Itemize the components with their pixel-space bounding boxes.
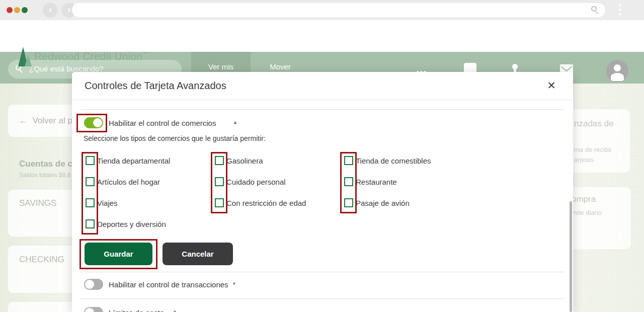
savings-label: SAVINGS [19,198,56,208]
checkbox-label: Tienda de comestibles [356,157,431,165]
merchant-option-deportes-y-diversion: Deportes y diversión [86,219,170,228]
right-card1-title: nzadas de [574,119,613,129]
merchant-option-cuidado-personal: Cuidado personal [215,177,306,186]
expand-caret-icon[interactable]: ▼ [173,309,177,312]
checkbox-label: Artículos del hogar [97,178,160,186]
section-divider [80,109,564,110]
transaction-toggle-label: Habilitar el control de transacciones [109,280,228,289]
merchant-option-con-restriccion-de-edad: Con restricción de edad [215,198,306,207]
checkbox-label: Restaurante [356,178,397,186]
merchant-toggle-label: Habilitar el control de comercios [109,119,216,127]
checkbox-label: Con restricción de edad [226,199,306,207]
checkbox-label: Viajes [97,199,118,207]
traffic-light-red[interactable] [7,7,13,13]
traffic-light-yellow[interactable] [14,7,20,13]
browser-chrome: ‹ › [0,0,644,20]
traffic-light-green[interactable] [22,7,28,13]
merchant-column-2: Gasolinera Cuidado personal Con restricc… [215,156,306,207]
annotation-box-merchant-toggle [76,114,107,132]
expand-caret-icon[interactable]: ▼ [232,281,236,286]
location-pin-icon[interactable] [511,63,519,71]
close-icon[interactable]: ✕ [544,78,559,93]
site-header: Redwood Credit Union™ [0,20,644,52]
merchant-option-restaurante: Restaurante [344,177,431,186]
checkbox-label: Pasaje de avión [356,199,410,207]
browser-menu-icon[interactable] [619,4,622,17]
merchant-option-viajes: Viajes [86,198,170,207]
right-card2-line1: mite diario [572,209,602,216]
site-logo[interactable]: Redwood Credit Union™ [34,50,147,62]
checkbox-label: Tienda departamental [97,157,170,165]
checkbox-label: Cuidado personal [226,178,286,186]
annotation-box-checkbox-column-3 [340,152,357,213]
merchant-option-tienda-departamental: Tienda departamental [86,156,170,165]
right-card1-line1: ma de recibir [574,146,612,153]
card-controls-modal: Controles de Tarjeta Avanzados ✕ Habilit… [72,72,573,312]
accounts-section-subtitle: Saldos totales $8,8 [19,172,70,179]
merchant-subtitle: Seleccione los tipos de comercios que le… [84,134,266,142]
section-divider [80,272,564,272]
logo-name: Redwood Credit Union [34,50,142,62]
merchant-column-1: Tienda departamental Artículos del hogar… [86,156,170,228]
back-link-text: Volver al p [32,116,72,125]
accounts-section-title: Cuentas de ca [19,159,77,169]
merchant-option-gasolinera: Gasolinera [215,156,306,165]
user-avatar[interactable] [606,60,628,82]
annotation-box-checkbox-column-1 [82,152,98,235]
url-bar[interactable] [72,3,605,17]
spending-limits-toggle[interactable] [84,307,103,312]
transaction-control-toggle[interactable] [84,279,103,290]
cancel-button[interactable]: Cancelar [163,243,233,265]
merchant-column-3: Tienda de comestibles Restaurante Pasaje… [344,156,431,207]
browser-search-icon [591,6,599,14]
browser-back-button[interactable]: ‹ [43,3,58,18]
annotation-box-checkbox-column-2 [211,152,227,213]
merchant-option-pasaje-de-avion: Pasaje de avión [344,198,431,207]
checking-label: CHECKING [19,255,64,265]
logo-trademark: ™ [142,51,146,56]
checkbox-label: Gasolinera [226,157,263,165]
modal-title: Controles de Tarjeta Avanzados [85,80,226,92]
back-arrow-icon: ← [19,116,28,125]
merchant-option-tienda-de-comestibles: Tienda de comestibles [344,156,431,165]
annotation-box-save-button [79,239,157,269]
rcu-logo-icon-small [25,54,32,66]
merchant-option-articulos-del-hogar: Artículos del hogar [86,177,170,186]
back-link: ← Volver al p [19,116,72,126]
spending-toggle-label: Límites de gasto [109,308,164,312]
right-card2-title: ompra [572,194,596,204]
section-divider [80,298,564,299]
collapse-caret-icon[interactable]: ▲ [233,120,237,125]
modal-scrollbar-thumb[interactable] [570,201,572,312]
checkbox-label: Deportes y diversión [97,220,166,228]
right-card1-line2: arjetas [574,156,594,164]
modal-header: Controles de Tarjeta Avanzados ✕ [72,72,573,100]
